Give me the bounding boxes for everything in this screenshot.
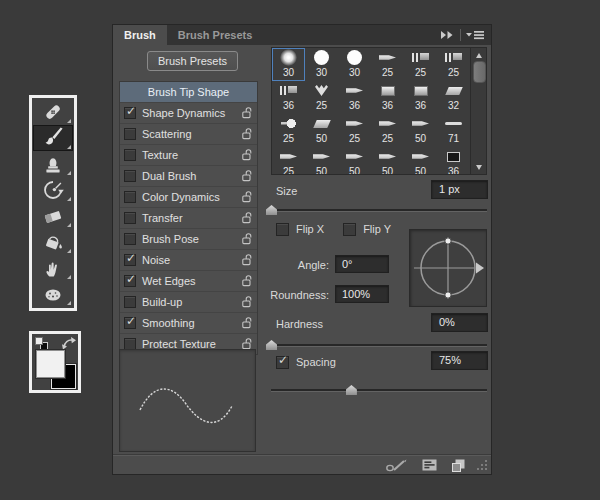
- attribute-checkbox[interactable]: [124, 275, 136, 287]
- attribute-checkbox[interactable]: [124, 149, 136, 161]
- brush-attribute-item[interactable]: Brush Pose: [120, 228, 257, 249]
- spacing-checkbox[interactable]: [276, 356, 289, 369]
- preset-manager-icon[interactable]: [422, 459, 437, 471]
- roundness-input[interactable]: 100%: [335, 285, 389, 303]
- brush-preset[interactable]: 36: [404, 81, 437, 114]
- clone-stamp-tool[interactable]: [33, 151, 73, 177]
- new-brush-icon[interactable]: [452, 459, 465, 472]
- tab-brush-presets[interactable]: Brush Presets: [167, 25, 264, 45]
- flip-y-label: Flip Y: [363, 222, 391, 236]
- size-slider-thumb[interactable]: [266, 205, 277, 215]
- brush-preset[interactable]: 71: [437, 114, 470, 147]
- attribute-label: Wet Edges: [142, 275, 196, 287]
- attribute-checkbox[interactable]: [124, 170, 136, 182]
- hardness-slider-thumb[interactable]: [266, 340, 277, 350]
- brush-preset[interactable]: 25: [371, 114, 404, 147]
- paint-bucket-icon: [42, 231, 64, 253]
- hardness-input[interactable]: 0%: [431, 313, 488, 332]
- brush-preset[interactable]: 36: [437, 147, 470, 175]
- attribute-label: Shape Dynamics: [142, 107, 225, 119]
- size-slider[interactable]: [271, 205, 487, 216]
- brush-preset[interactable]: 50: [305, 114, 338, 147]
- scrollbar-thumb[interactable]: [473, 61, 486, 83]
- smudge-tool[interactable]: [33, 255, 73, 281]
- brush-preset[interactable]: 32: [437, 81, 470, 114]
- brush-attribute-item[interactable]: Color Dynamics: [120, 186, 257, 207]
- hardness-slider[interactable]: [271, 340, 487, 351]
- brush-tip-icon: [437, 49, 470, 66]
- attribute-checkbox[interactable]: [124, 107, 136, 119]
- brush-attribute-item[interactable]: Texture: [120, 144, 257, 165]
- live-tip-preview-icon[interactable]: [385, 458, 407, 472]
- scroll-up-arrow[interactable]: [471, 50, 486, 60]
- brush-preset[interactable]: 36: [338, 81, 371, 114]
- brush-attribute-item[interactable]: Smoothing: [120, 312, 257, 333]
- spacing-input[interactable]: 75%: [431, 351, 488, 370]
- brush-preset[interactable]: 25: [305, 81, 338, 114]
- brush-attribute-item[interactable]: Dual Brush: [120, 165, 257, 186]
- default-colors-icon[interactable]: [35, 337, 48, 350]
- brush-preset[interactable]: 30: [272, 48, 305, 81]
- foreground-color-swatch[interactable]: [36, 350, 65, 378]
- brush-tip-icon: [272, 148, 305, 165]
- scroll-down-arrow[interactable]: [471, 162, 486, 172]
- brush-preset[interactable]: 36: [371, 81, 404, 114]
- brush-preset[interactable]: 50: [338, 147, 371, 175]
- flip-y-checkbox[interactable]: [343, 223, 356, 236]
- spacing-slider[interactable]: [271, 385, 487, 396]
- brush-preset[interactable]: 50: [371, 147, 404, 175]
- brush-preset[interactable]: 25: [404, 48, 437, 81]
- brush-preset[interactable]: 25: [371, 48, 404, 81]
- brush-size-label: 32: [448, 100, 459, 112]
- collapse-panel-icon[interactable]: [440, 30, 455, 40]
- brush-preset[interactable]: 25: [338, 114, 371, 147]
- roundness-handle-bottom[interactable]: [445, 292, 451, 298]
- grid-scrollbar[interactable]: [470, 47, 487, 175]
- clone-stamp-icon: [42, 153, 64, 175]
- attribute-checkbox[interactable]: [124, 212, 136, 224]
- brush-size-label: 30: [316, 67, 327, 79]
- attribute-checkbox[interactable]: [124, 128, 136, 140]
- tab-brush[interactable]: Brush: [113, 25, 167, 45]
- brush-preset[interactable]: 25: [272, 114, 305, 147]
- brush-preset[interactable]: 36: [272, 81, 305, 114]
- brush-attribute-item[interactable]: Transfer: [120, 207, 257, 228]
- brush-preset[interactable]: 25: [272, 147, 305, 175]
- sponge-tool[interactable]: [33, 281, 73, 307]
- tool-flyout-arrow: [67, 145, 71, 149]
- panel-menu-icon[interactable]: [466, 30, 485, 40]
- unlock-icon: [242, 128, 252, 140]
- attribute-checkbox[interactable]: [124, 296, 136, 308]
- resize-grip[interactable]: [475, 458, 488, 471]
- brush-attribute-item[interactable]: Scattering: [120, 123, 257, 144]
- brush-preset[interactable]: 25: [437, 48, 470, 81]
- brush-attribute-item[interactable]: Shape Dynamics: [120, 102, 257, 123]
- flip-x-checkbox[interactable]: [276, 223, 289, 236]
- angle-arrow[interactable]: [476, 263, 484, 274]
- brush-tip-shape-item[interactable]: Brush Tip Shape: [120, 82, 257, 102]
- brush-preset[interactable]: 50: [305, 147, 338, 175]
- brush-attribute-item[interactable]: Noise: [120, 249, 257, 270]
- brush-preset[interactable]: 30: [338, 48, 371, 81]
- brush-preset[interactable]: 30: [305, 48, 338, 81]
- brush-size-label: 36: [415, 100, 426, 112]
- brush-tool[interactable]: [33, 125, 73, 151]
- spot-healing-brush-tool[interactable]: [33, 99, 73, 125]
- angle-roundness-control[interactable]: [409, 229, 487, 307]
- roundness-handle-top[interactable]: [445, 238, 451, 244]
- attribute-checkbox[interactable]: [124, 254, 136, 266]
- brush-preset[interactable]: 50: [404, 147, 437, 175]
- attribute-checkbox[interactable]: [124, 317, 136, 329]
- history-brush-tool[interactable]: [33, 177, 73, 203]
- angle-input[interactable]: 0°: [335, 255, 389, 273]
- paint-bucket-tool[interactable]: [33, 229, 73, 255]
- spacing-slider-thumb[interactable]: [346, 385, 357, 395]
- brush-presets-button[interactable]: Brush Presets: [147, 51, 238, 71]
- brush-preset[interactable]: 50: [404, 114, 437, 147]
- eraser-tool[interactable]: [33, 203, 73, 229]
- size-input[interactable]: 1 px: [431, 180, 488, 199]
- brush-attribute-item[interactable]: Build-up: [120, 291, 257, 312]
- brush-attribute-item[interactable]: Wet Edges: [120, 270, 257, 291]
- attribute-checkbox[interactable]: [124, 233, 136, 245]
- attribute-checkbox[interactable]: [124, 191, 136, 203]
